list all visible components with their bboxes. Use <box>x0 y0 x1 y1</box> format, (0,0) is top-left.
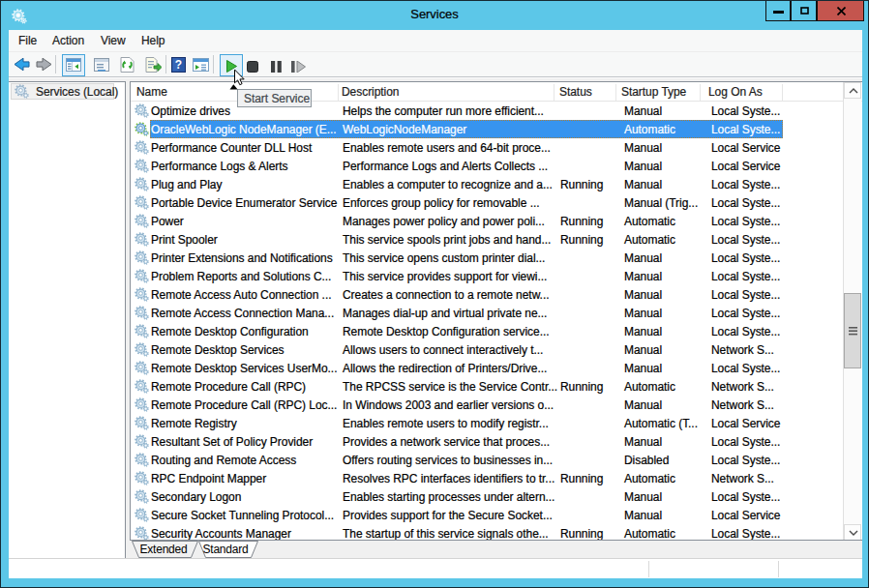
svg-text:?: ? <box>175 58 182 72</box>
svg-text:Extended: Extended <box>139 543 187 556</box>
svg-text:Standard: Standard <box>202 543 248 556</box>
